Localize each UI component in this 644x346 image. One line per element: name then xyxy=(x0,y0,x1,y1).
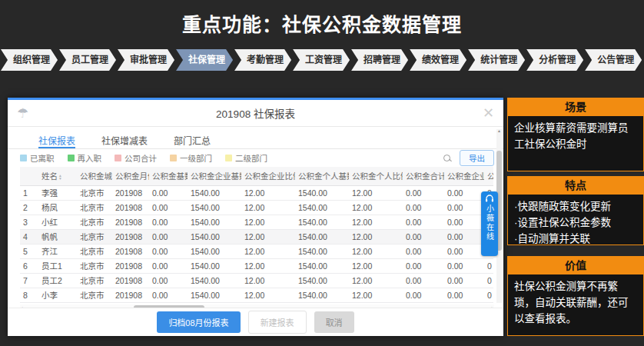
cell: 0.00 xyxy=(403,288,444,302)
cell: 12.00 xyxy=(241,244,295,258)
cell: 北京市 xyxy=(77,229,112,244)
cell: 0.00 xyxy=(403,273,444,288)
archive-report-button[interactable]: 归档08月份报表 xyxy=(157,311,240,333)
col-header-3[interactable]: 公积金月份▴▾ xyxy=(112,167,149,185)
sidebar-section-title: 价值 xyxy=(507,256,644,274)
cell: 201908 xyxy=(112,258,149,273)
cell: 1540.00 xyxy=(295,200,349,215)
cell: 12.00 xyxy=(349,288,403,302)
cell: 12.00 xyxy=(349,185,403,200)
table-row[interactable]: 5齐江北京市2019080.001540.0012.001540.0012.00… xyxy=(20,244,493,258)
cell-name: 齐江 xyxy=(38,244,77,258)
table-row[interactable]: 7员工2北京市2019080.001540.0012.001540.0012.0… xyxy=(20,273,493,288)
legend-label: 公司合计 xyxy=(124,152,157,164)
col-header-6[interactable]: 公积金企业比例▴▾ xyxy=(241,167,295,185)
table-row[interactable]: 6员工1北京市2019080.001540.0012.001540.0012.0… xyxy=(20,258,493,273)
cell: 北京市 xyxy=(77,200,112,215)
col-header-9[interactable]: 公积金合计▴▾ xyxy=(403,167,444,185)
cell: 1540.00 xyxy=(188,229,241,244)
sidebar-text-line: ·设置社保公积金参数 xyxy=(514,215,637,231)
legend-item-5: 二级部门 xyxy=(225,152,267,164)
cell: 1540.00 xyxy=(188,244,241,258)
search-icon[interactable] xyxy=(443,154,452,163)
nav-tab-4[interactable]: 社保管理 xyxy=(176,49,233,71)
table-header-row: 姓名▴▾公积金城市▴▾公积金月份▴▾公积金基数▴▾公积金企业基数▴▾公积金企业比… xyxy=(20,167,493,185)
cell: 12.00 xyxy=(349,229,403,244)
main-nav: 组织管理员工管理审批管理社保管理考勤管理工资管理招聘管理绩效管理统计管理分析管理… xyxy=(1,49,642,71)
table-row[interactable]: 3小红北京市2019080.001540.0012.001540.0012.00… xyxy=(20,215,493,229)
nav-tab-8[interactable]: 绩效管理 xyxy=(410,49,466,71)
cell: 201908 xyxy=(112,229,149,244)
nav-tab-9[interactable]: 统计管理 xyxy=(468,49,525,71)
nav-tab-3[interactable]: 审批管理 xyxy=(118,49,174,71)
sidebar-section-body: 企业核算薪资需要测算员工社保公积金时 xyxy=(507,116,644,171)
cell: 0.00 xyxy=(403,200,444,215)
cell: 201908 xyxy=(112,215,149,229)
cell: 1540.00 xyxy=(295,258,349,273)
report-tab-1[interactable]: 社保报表 xyxy=(38,134,75,148)
col-header-label: 姓名 xyxy=(41,171,58,181)
sort-icon[interactable]: ▴▾ xyxy=(59,174,61,180)
table-row[interactable]: 2杨凤北京市2019080.001540.0012.001540.0012.00… xyxy=(20,200,493,215)
cell: 12.00 xyxy=(349,215,403,229)
close-icon[interactable]: ✕ xyxy=(483,105,494,121)
legend-color-swatch xyxy=(225,155,232,161)
report-tab-2[interactable]: 社保增减表 xyxy=(101,134,148,148)
cell-name: 小红 xyxy=(38,215,77,229)
nav-tab-1[interactable]: 组织管理 xyxy=(1,49,58,71)
cell: 1540.00 xyxy=(295,229,349,244)
cell: 0.00 xyxy=(444,288,484,302)
legend-item-3: 公司合计 xyxy=(115,152,157,164)
col-header-8[interactable]: 公积金个人比例▴▾ xyxy=(349,167,403,185)
table-row[interactable]: 1李强北京市2019080.001540.0012.001540.0012.00… xyxy=(20,185,493,200)
table-row[interactable]: 4帆帆北京市2019080.001540.0012.001540.0012.00… xyxy=(20,229,493,244)
cell-name: 员工2 xyxy=(38,273,77,288)
scroll-up-icon[interactable]: ▴ xyxy=(496,128,502,133)
nav-tab-6[interactable]: 工资管理 xyxy=(293,49,350,71)
cell: 1540.00 xyxy=(188,273,241,288)
col-header-10[interactable]: 公积金企业▴▾ xyxy=(444,167,484,185)
table-row[interactable]: 8小李北京市2019080.001540.0012.001540.0012.00… xyxy=(20,288,493,302)
new-report-button[interactable]: 新建报表 xyxy=(248,311,307,334)
export-button[interactable]: 导出 xyxy=(460,150,494,166)
sidebar-text-line: 企业核算薪资需要测算员工社保公积金时 xyxy=(514,120,637,152)
cell: 0.00 xyxy=(444,258,484,273)
legend-label: 二级部门 xyxy=(235,152,267,164)
cell: 0.00 xyxy=(444,244,484,258)
legend-color-swatch xyxy=(170,155,177,161)
cell: 北京市 xyxy=(77,244,112,258)
legend-items: 已离职再入职公司合计一级部门二级部门 xyxy=(20,152,281,164)
cell: 2 xyxy=(20,200,38,215)
col-header-11[interactable]: 公▴▾ xyxy=(484,167,493,185)
online-support-widget[interactable]: 小薇在线 xyxy=(481,191,498,256)
report-tab-3[interactable]: 部门汇总 xyxy=(174,134,211,148)
nav-tab-5[interactable]: 考勤管理 xyxy=(234,49,291,71)
cell-name: 帆帆 xyxy=(38,229,77,244)
nav-tab-11[interactable]: 公告管理 xyxy=(585,49,642,71)
cell: 0.00 xyxy=(149,288,188,302)
legend-item-4: 一级部门 xyxy=(170,152,212,164)
col-header-5[interactable]: 公积金企业基数▴▾ xyxy=(188,167,241,185)
cell: 201908 xyxy=(112,288,149,302)
cell-name: 小李 xyxy=(38,288,77,302)
col-header-7[interactable]: 公积金个人基数▴▾ xyxy=(295,167,349,185)
cell: 12.00 xyxy=(349,200,403,215)
cell-name: 员工1 xyxy=(38,258,77,273)
cell: 0.00 xyxy=(149,273,188,288)
cell: 12.00 xyxy=(241,258,295,273)
cell: 1540.00 xyxy=(295,215,349,229)
cancel-button[interactable]: 取消 xyxy=(314,311,354,333)
cell: 0.00 xyxy=(149,229,188,244)
cell: 0.00 xyxy=(403,215,444,229)
nav-tab-2[interactable]: 员工管理 xyxy=(59,49,116,71)
cell: 12.00 xyxy=(241,288,295,302)
cell: 201908 xyxy=(112,200,149,215)
nav-tab-10[interactable]: 分析管理 xyxy=(526,49,583,71)
legend-row: 已离职再入职公司合计一级部门二级部门 导出 xyxy=(8,149,503,167)
social-insurance-report-dialog: ☂ 201908 社保报表 ✕ 社保报表社保增减表部门汇总 已离职再入职公司合计… xyxy=(8,98,503,336)
col-header-2[interactable]: 公积金城市▴▾ xyxy=(77,167,112,185)
cell: 0.00 xyxy=(444,273,484,288)
col-header-4[interactable]: 公积金基数▴▾ xyxy=(149,167,188,185)
nav-tab-7[interactable]: 招聘管理 xyxy=(351,49,408,71)
col-header-1[interactable]: 姓名▴▾ xyxy=(38,167,77,185)
